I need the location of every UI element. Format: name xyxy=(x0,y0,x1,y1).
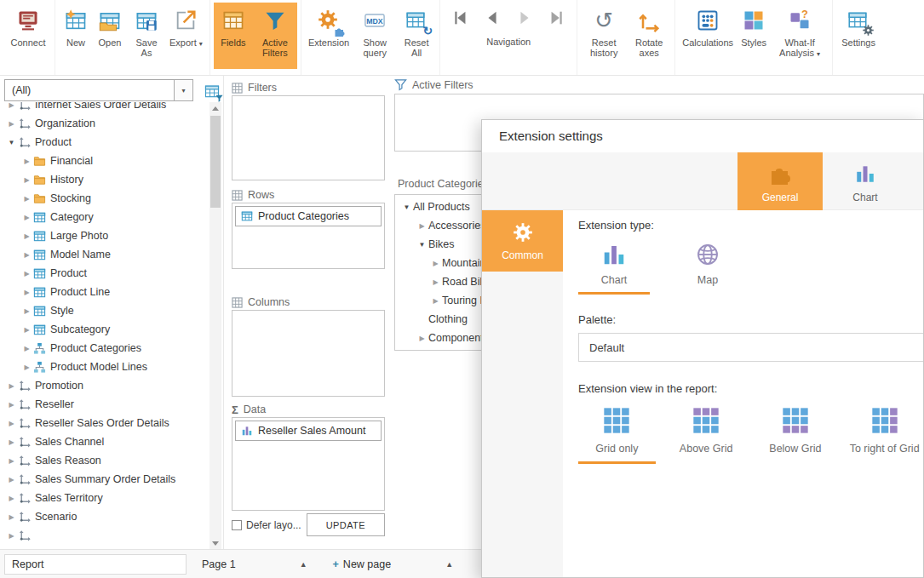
styles-button[interactable]: Styles xyxy=(737,3,771,69)
tree-item[interactable]: Product Line xyxy=(0,283,209,301)
new-button[interactable]: New xyxy=(59,3,93,69)
page-popup-arrow-icon[interactable]: ▲ xyxy=(300,560,307,569)
measure-group-selector[interactable]: (All) ▾ xyxy=(4,79,193,101)
nav-first-button[interactable] xyxy=(449,8,471,28)
reset-history-button[interactable]: ↺ Reset history xyxy=(581,3,627,69)
expander-icon[interactable] xyxy=(20,157,33,165)
tree-item[interactable]: Model Name xyxy=(0,245,209,264)
expander-icon[interactable] xyxy=(20,195,33,203)
tree-item[interactable]: Large Photo xyxy=(0,226,209,245)
expander-icon[interactable] xyxy=(416,241,428,249)
palette-select[interactable]: Default xyxy=(578,333,924,362)
expander-icon[interactable] xyxy=(429,297,442,305)
tree-item[interactable]: Sales Summary Order Details xyxy=(0,470,209,489)
tab-general[interactable]: General xyxy=(737,152,823,210)
save-as-button[interactable]: Save As xyxy=(127,3,166,69)
sidebar-item-common[interactable]: Common xyxy=(482,210,563,272)
tree-item[interactable] xyxy=(0,526,209,545)
tree-scrollbar[interactable] xyxy=(209,102,221,549)
tree-item[interactable]: Reseller Sales Order Details xyxy=(0,414,209,432)
show-query-button[interactable]: Show query xyxy=(353,3,397,69)
tree-item[interactable]: Sales Reason xyxy=(0,451,209,470)
rows-drop-zone[interactable]: Product Categories xyxy=(232,203,385,269)
expander-icon[interactable] xyxy=(416,222,428,230)
rotate-axes-button[interactable]: Rotate axes xyxy=(627,3,671,69)
extension-button[interactable]: Extension xyxy=(305,3,353,69)
tree-item[interactable]: History xyxy=(0,170,209,189)
expander-icon[interactable] xyxy=(429,278,442,286)
tree-item[interactable]: Scenario xyxy=(0,507,209,526)
export-button[interactable]: Export ▾ xyxy=(166,3,206,69)
tree-item[interactable]: Promotion xyxy=(0,376,209,395)
new-page-button[interactable]: + New page xyxy=(333,558,392,570)
expander-icon[interactable] xyxy=(5,102,18,109)
settings-button[interactable]: Settings xyxy=(836,3,881,69)
open-button[interactable]: Open xyxy=(93,3,127,69)
tree-item[interactable]: Stocking xyxy=(0,189,209,208)
tree-item[interactable]: Reseller xyxy=(0,395,209,414)
expander-icon[interactable] xyxy=(429,260,442,267)
report-name-input[interactable] xyxy=(4,554,187,575)
calculations-button[interactable]: Calculations xyxy=(679,3,737,69)
tree-item[interactable]: Sales Channel xyxy=(0,432,209,451)
scrollbar-thumb[interactable] xyxy=(210,116,221,208)
expander-icon[interactable] xyxy=(416,335,428,342)
type-option-map[interactable]: Map xyxy=(672,242,743,295)
expander-icon[interactable] xyxy=(5,513,18,521)
expander-icon[interactable] xyxy=(20,345,33,352)
active-filters-button[interactable]: Active Filters xyxy=(253,3,297,69)
what-if-analysis-button[interactable]: What-If Analysis ▾ xyxy=(771,3,829,69)
view-option-below-grid[interactable]: Below Grid xyxy=(757,407,835,464)
tree-item[interactable]: Financial xyxy=(0,152,209,170)
expander-icon[interactable] xyxy=(20,307,33,315)
expander-icon[interactable] xyxy=(20,363,33,371)
expander-icon[interactable] xyxy=(5,420,18,427)
nav-prev-button[interactable] xyxy=(481,8,503,28)
view-option-right-of-grid[interactable]: To right of Grid xyxy=(846,407,923,464)
scroll-down-button[interactable] xyxy=(209,537,221,549)
defer-layout-checkbox[interactable] xyxy=(232,520,242,530)
expander-icon[interactable] xyxy=(5,139,18,146)
tree-item[interactable]: Style xyxy=(0,301,209,320)
expander-icon[interactable] xyxy=(5,476,18,484)
tree-item[interactable]: Subcategory xyxy=(0,320,209,339)
expander-icon[interactable] xyxy=(20,232,33,240)
tree-item[interactable]: Product Model Lines xyxy=(0,358,209,376)
scroll-up-button[interactable] xyxy=(209,102,221,114)
expander-icon[interactable] xyxy=(5,532,18,540)
connect-button[interactable]: Connect xyxy=(5,3,51,69)
update-button[interactable]: UPDATE xyxy=(307,513,385,536)
expander-icon[interactable] xyxy=(5,457,18,465)
combo-dropdown-button[interactable]: ▾ xyxy=(174,80,192,100)
tree-item[interactable]: Category xyxy=(0,208,209,226)
type-option-chart[interactable]: Chart xyxy=(578,242,650,295)
expander-icon[interactable] xyxy=(20,326,33,334)
fields-button[interactable]: Fields xyxy=(214,3,253,69)
tree-item[interactable]: Product Categories xyxy=(0,339,209,358)
expander-icon[interactable] xyxy=(400,203,413,211)
filters-drop-zone[interactable] xyxy=(232,95,385,180)
field-chooser-button[interactable] xyxy=(201,81,222,100)
new-page-popup-arrow-icon[interactable]: ▲ xyxy=(445,560,453,569)
expander-icon[interactable] xyxy=(20,176,33,184)
expander-icon[interactable] xyxy=(5,120,18,128)
tree-item[interactable]: Sales Territory xyxy=(0,489,209,507)
expander-icon[interactable] xyxy=(20,251,33,259)
expander-icon[interactable] xyxy=(5,495,18,502)
data-drop-zone[interactable]: Reseller Sales Amount xyxy=(232,417,385,511)
reset-all-button[interactable]: ↻ Reset All xyxy=(397,3,436,69)
nav-next-button[interactable] xyxy=(514,8,536,28)
tree-item[interactable]: Organization xyxy=(0,114,209,133)
expander-icon[interactable] xyxy=(5,382,18,390)
rows-item-chip[interactable]: Product Categories xyxy=(235,206,382,226)
expander-icon[interactable] xyxy=(20,289,33,296)
page-selector[interactable]: Page 1 xyxy=(202,558,236,570)
expander-icon[interactable] xyxy=(20,270,33,278)
tree-item[interactable]: Internet Sales Order Details xyxy=(0,102,209,114)
expander-icon[interactable] xyxy=(5,401,18,409)
tree-item[interactable]: Product xyxy=(0,264,209,283)
expander-icon[interactable] xyxy=(20,214,33,221)
nav-last-button[interactable] xyxy=(546,8,568,28)
view-option-above-grid[interactable]: Above Grid xyxy=(668,407,745,464)
expander-icon[interactable] xyxy=(5,438,18,446)
